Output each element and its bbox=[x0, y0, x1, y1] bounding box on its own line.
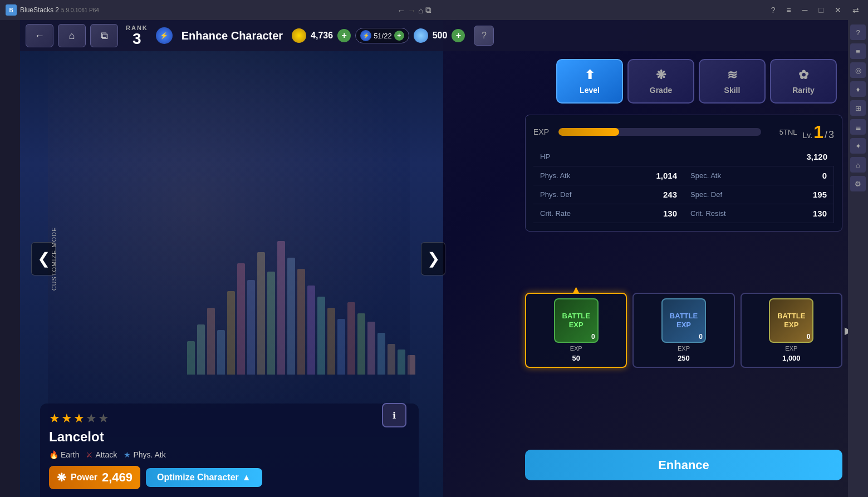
side-btn-settings[interactable]: ⚙ bbox=[850, 176, 866, 191]
rarity-tab-label: Rarity bbox=[792, 86, 815, 95]
exp-item-medium[interactable]: BATTLE EXP 0 EXP 250 bbox=[632, 293, 734, 368]
help-btn[interactable]: ? bbox=[768, 4, 779, 16]
side-btn-help[interactable]: ? bbox=[850, 24, 866, 40]
level-tab-icon: ⬆ bbox=[585, 68, 595, 82]
type-icon: ⚔ bbox=[86, 450, 93, 459]
exp-item-small[interactable]: ▲ BATTLE EXP 0 EXP 50 bbox=[525, 293, 627, 368]
window-controls: ? ≡ ─ □ ✕ ⇄ bbox=[768, 4, 862, 16]
tab-level[interactable]: ⬆ Level bbox=[556, 59, 623, 104]
window-button[interactable]: ⧉ bbox=[90, 24, 118, 47]
spec-def-label: Spec. Def bbox=[690, 190, 722, 199]
add-crystal-button[interactable]: + bbox=[452, 29, 465, 42]
nav-arrow-right[interactable]: ❯ bbox=[421, 242, 445, 275]
add-gold-button[interactable]: + bbox=[337, 29, 351, 42]
stat-spec-def: Spec. Def 195 bbox=[684, 185, 834, 204]
enhance-label: Enhance bbox=[658, 458, 709, 473]
exp-item-medium-icon: BATTLE EXP 0 bbox=[661, 298, 706, 343]
tab-rarity[interactable]: ✿ Rarity bbox=[770, 59, 837, 104]
stats-grid: HP 3,120 Phys. Atk 1,014 Spec. Atk 0 Phy… bbox=[533, 147, 834, 223]
selected-arrow: ▲ bbox=[571, 284, 581, 296]
skill-tab-icon: ≋ bbox=[727, 68, 737, 82]
top-nav: ← ⌂ ⧉ RANK 3 ⚡ Enhance Character 4,736 +… bbox=[20, 20, 848, 51]
type-tag: ⚔ Attack bbox=[86, 450, 117, 459]
side-btn-menu[interactable]: ≡ bbox=[850, 43, 866, 59]
close-btn[interactable]: ✕ bbox=[831, 4, 845, 16]
home-button[interactable]: ⌂ bbox=[58, 24, 86, 47]
maximize-btn[interactable]: □ bbox=[816, 4, 827, 16]
exp-bar-fill bbox=[558, 128, 619, 136]
crit-rate-value: 130 bbox=[663, 209, 677, 218]
side-btn-star[interactable]: ✦ bbox=[850, 138, 866, 154]
character-tags: 🔥 Earth ⚔ Attack ★ Phys. Atk bbox=[49, 450, 410, 459]
grade-tab-icon: ❋ bbox=[656, 68, 666, 82]
titlebar-multi[interactable]: ⧉ bbox=[425, 5, 431, 15]
phys-atk-label: Phys. Atk bbox=[540, 171, 570, 180]
character-info: ★ ★ ★ ★ ★ Lancelot 🔥 Earth ⚔ Attack ★ Ph… bbox=[40, 403, 419, 497]
app-name: BlueStacks 2 bbox=[20, 6, 59, 14]
stat-label: Phys. Atk bbox=[133, 450, 165, 459]
exp-item-medium-label: EXP bbox=[678, 345, 690, 352]
back-button[interactable]: ← bbox=[26, 24, 53, 47]
exp-item-small-text: BATTLE EXP bbox=[555, 312, 597, 329]
exp-item-small-label: EXP bbox=[570, 345, 582, 352]
titlebar-home[interactable]: ⌂ bbox=[418, 6, 423, 15]
star-1: ★ bbox=[49, 411, 60, 426]
element-tag: 🔥 Earth bbox=[49, 450, 79, 459]
minimize-btn[interactable]: ─ bbox=[799, 4, 811, 16]
left-arrow-icon: ❮ bbox=[37, 249, 50, 268]
help-button[interactable]: ? bbox=[474, 26, 494, 46]
side-btn-list[interactable]: ≣ bbox=[850, 119, 866, 135]
app-icon: B bbox=[6, 4, 17, 16]
exp-item-medium-count: 0 bbox=[699, 333, 703, 341]
rank-display: RANK 3 bbox=[126, 24, 148, 47]
star-rating: ★ ★ ★ ★ ★ bbox=[49, 411, 410, 426]
enhance-button[interactable]: Enhance bbox=[525, 450, 842, 480]
character-name: Lancelot bbox=[49, 429, 410, 445]
side-btn-camera[interactable]: ◎ bbox=[850, 62, 866, 78]
optimize-label: Optimize Character bbox=[157, 473, 239, 483]
tab-grade[interactable]: ❋ Grade bbox=[627, 59, 694, 104]
phys-atk-value: 1,014 bbox=[656, 171, 677, 180]
energy-bar: ⚡ 51/22 + bbox=[355, 28, 409, 43]
hp-value: 3,120 bbox=[806, 152, 827, 161]
lv-max: / bbox=[825, 129, 827, 141]
crystal-amount: 500 bbox=[433, 31, 448, 41]
side-btn-grid[interactable]: ⊞ bbox=[850, 100, 866, 116]
side-btn-location[interactable]: ♦ bbox=[850, 81, 866, 97]
exp-item-small-count: 0 bbox=[591, 333, 595, 341]
optimize-button[interactable]: Optimize Character ▲ bbox=[146, 468, 262, 487]
exp-item-large-count: 0 bbox=[807, 333, 811, 341]
exp-area: EXP 5TNL Lv. 1 / 3 bbox=[533, 123, 834, 141]
rank-number: 3 bbox=[133, 31, 141, 47]
rank-icon: ⚡ bbox=[156, 27, 173, 44]
exp-item-large[interactable]: BATTLE EXP 0 EXP 1,000 bbox=[741, 293, 842, 368]
page-title: Enhance Character bbox=[182, 29, 283, 42]
expand-btn[interactable]: ⇄ bbox=[849, 4, 862, 16]
char-bottom: ❋ Power 2,469 Optimize Character ▲ bbox=[49, 466, 410, 489]
crit-resist-value: 130 bbox=[813, 209, 827, 218]
skill-tab-label: Skill bbox=[724, 86, 741, 95]
power-value: 2,469 bbox=[102, 470, 133, 485]
tnl-text: 5TNL bbox=[767, 128, 797, 136]
lv-prefix: Lv. bbox=[803, 131, 813, 140]
crystal-icon bbox=[414, 28, 428, 43]
exp-item-small-icon: BATTLE EXP 0 bbox=[554, 298, 599, 343]
stat-hp: HP 3,120 bbox=[533, 147, 834, 166]
side-btn-home[interactable]: ⌂ bbox=[850, 157, 866, 173]
add-energy-button[interactable]: + bbox=[394, 31, 404, 41]
power-label: Power bbox=[71, 473, 97, 483]
lv-max-val: 3 bbox=[828, 129, 834, 141]
rarity-tab-icon: ✿ bbox=[798, 68, 808, 82]
star-5: ★ bbox=[98, 411, 109, 426]
type-label: Attack bbox=[95, 450, 117, 459]
titlebar-back[interactable]: ← bbox=[397, 6, 405, 15]
info-button[interactable]: ℹ bbox=[382, 403, 406, 427]
customize-mode-label: CUSTOMIZE MODE bbox=[51, 227, 57, 291]
titlebar-forward[interactable]: → bbox=[408, 6, 416, 15]
menu-btn[interactable]: ≡ bbox=[783, 4, 794, 16]
spec-atk-value: 0 bbox=[822, 171, 827, 180]
exp-item-medium-amount: 250 bbox=[678, 354, 690, 362]
tab-skill[interactable]: ≋ Skill bbox=[699, 59, 766, 104]
exp-item-large-text: BATTLE EXP bbox=[770, 312, 812, 329]
power-icon: ❋ bbox=[57, 471, 66, 484]
